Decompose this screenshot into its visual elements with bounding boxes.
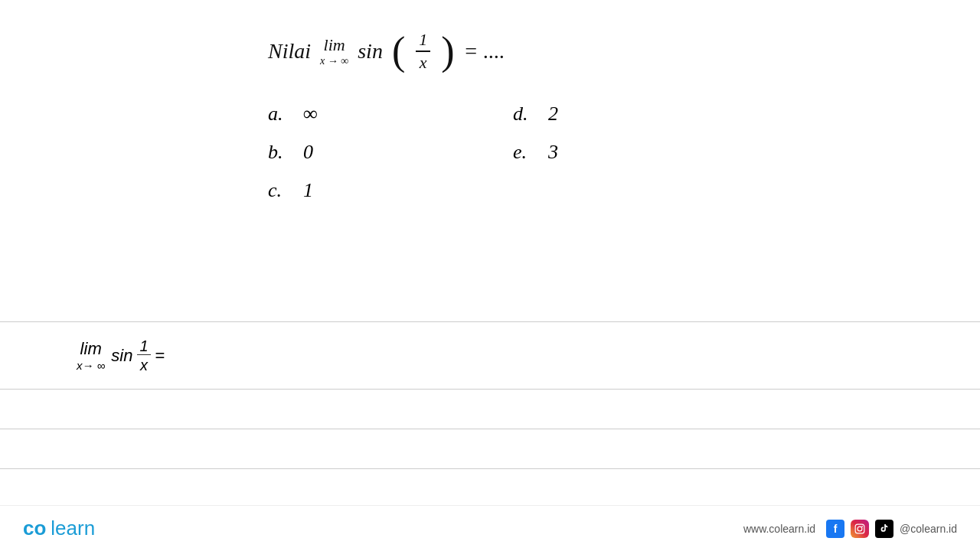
fraction-1-over-x: 1 x: [416, 31, 430, 72]
hw-frac-num: 1: [137, 337, 150, 355]
limit-operator: lim x → ∞: [320, 35, 348, 68]
equals-dots: = ....: [464, 39, 505, 64]
tiktok-icon[interactable]: [875, 520, 893, 538]
hw-lim-top: lim: [80, 339, 102, 359]
limit-top-text: lim: [324, 35, 345, 55]
question-line: Nilai lim x → ∞ sin ( 1 x ) = ....: [268, 31, 505, 72]
hw-frac-den: x: [138, 355, 150, 373]
option-e-label: e.: [513, 141, 536, 164]
ruled-line-2: [0, 429, 980, 469]
option-c-value: 1: [303, 179, 313, 202]
svg-point-1: [858, 527, 862, 531]
hw-equals: =: [155, 346, 165, 366]
fraction-denominator: x: [416, 52, 430, 72]
hw-fraction: 1 x: [137, 337, 150, 373]
hw-limit-operator: lim x→ ∞: [77, 339, 105, 372]
nilai-label: Nilai: [268, 39, 311, 64]
facebook-icon[interactable]: f: [826, 520, 844, 538]
option-a[interactable]: a. ∞: [268, 95, 513, 133]
ruled-line-1: [0, 390, 980, 429]
close-paren: ): [441, 31, 454, 71]
option-b[interactable]: b. 0: [268, 133, 513, 171]
limit-bottom-text: x → ∞: [320, 55, 348, 68]
question-area: Nilai lim x → ∞ sin ( 1 x ) = ....: [268, 31, 505, 87]
footer-right: www.colearn.id f @colearn.id: [743, 520, 957, 538]
option-d[interactable]: d. 2: [513, 95, 758, 133]
footer: co learn www.colearn.id f @colearn.id: [0, 505, 980, 551]
option-c-label: c.: [268, 179, 291, 202]
option-e[interactable]: e. 3: [513, 133, 758, 171]
instagram-icon[interactable]: [851, 520, 869, 538]
option-b-label: b.: [268, 141, 291, 164]
logo-co-text: co: [23, 517, 46, 540]
work-area: lim x→ ∞ sin 1 x =: [0, 321, 980, 469]
option-d-label: d.: [513, 103, 536, 126]
social-handle: @colearn.id: [900, 523, 957, 535]
hw-lim-bottom: x→ ∞: [77, 359, 105, 372]
option-c[interactable]: c. 1: [268, 171, 513, 210]
sin-function: sin: [358, 39, 383, 64]
option-b-value: 0: [303, 141, 313, 164]
options-area: a. ∞ d. 2 b. 0 e. 3 c. 1: [268, 95, 758, 210]
hw-sin: sin: [111, 346, 132, 366]
footer-url: www.colearn.id: [743, 523, 815, 535]
fraction-numerator: 1: [416, 31, 430, 52]
svg-rect-0: [855, 524, 864, 533]
option-e-value: 3: [548, 141, 558, 164]
open-paren: (: [392, 31, 405, 71]
social-icons: f @colearn.id: [826, 520, 957, 538]
option-a-value: ∞: [303, 103, 318, 126]
logo-learn-text: learn: [51, 517, 95, 540]
main-content: Nilai lim x → ∞ sin ( 1 x ) = .... a. ∞ …: [0, 0, 980, 321]
footer-logo: co learn: [23, 517, 95, 540]
svg-point-2: [861, 525, 863, 527]
option-d-value: 2: [548, 103, 558, 126]
option-a-label: a.: [268, 103, 291, 126]
handwriting-area: lim x→ ∞ sin 1 x =: [0, 322, 980, 389]
